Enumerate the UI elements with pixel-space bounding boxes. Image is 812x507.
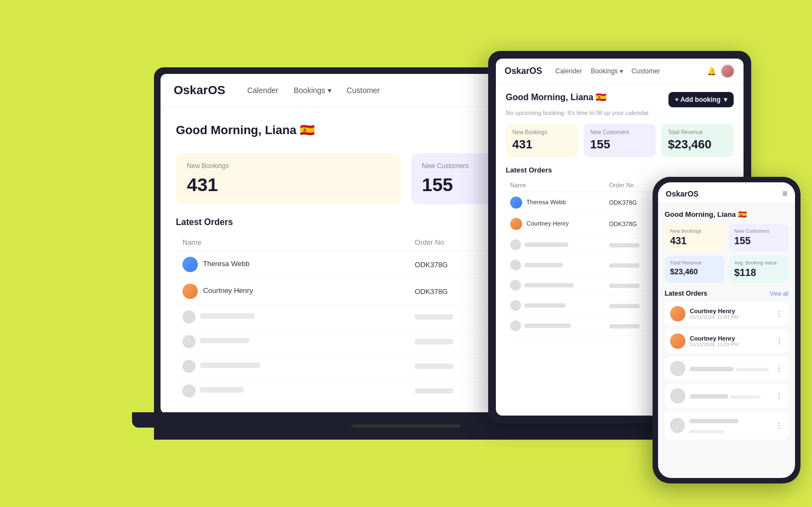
tablet-new-customers-value: 155 [590,137,649,152]
new-bookings-value: 431 [187,174,390,195]
phone-order-avatar [670,333,685,349]
tablet-revenue-card: Total Revenue $23,460 [661,124,734,157]
skel-avatar [670,418,685,433]
more-options-icon[interactable]: ⋮ [775,421,783,430]
tablet-orders-title: Latest Orders [506,166,734,174]
phone-new-customers-label: New Customers [734,228,783,234]
view-all-link[interactable]: View all [770,291,788,297]
skel-line2 [736,368,769,371]
skel-info [689,416,775,435]
phone-order-name: Courtney Henry [690,308,739,314]
tablet-greeting-row: Good Morning, Liana 🇪🇸 + Add booking ▾ [506,92,734,107]
phone-order-left [670,416,775,435]
more-options-icon[interactable]: ⋮ [775,309,783,318]
skel-line1 [689,419,739,423]
phone-stat-grid: New Bookings 431 New Customers 155 Total… [665,224,788,283]
phone-new-customers-card: New Customers 155 [729,224,788,251]
more-options-icon[interactable]: ⋮ [775,391,783,400]
phone-order-item: Courtney Henry 11/11/2024; 11:03 PM ⋮ [665,302,788,326]
skel-info [690,391,760,401]
col-name: Name [176,234,408,251]
phone-order-info: Courtney Henry 11/11/2024; 11:03 PM [690,308,739,320]
laptop-nav-customer[interactable]: Customer [347,86,380,95]
chevron-down-icon: ▾ [328,86,331,95]
phone-revenue-value: $23,460 [670,267,719,276]
more-options-icon[interactable]: ⋮ [775,364,783,373]
phone-order-name: Courtney Henry [690,335,739,342]
tablet-new-bookings-label: New Bookings [512,129,571,135]
skel-line1 [690,394,728,399]
tablet-stats: New Bookings 431 New Customers 155 Total… [506,124,734,157]
new-bookings-label: New Bookings [187,162,390,170]
phone-device: OskarOS ≡ Good Morning, Liana 🇪🇸 New Boo… [653,177,800,483]
tablet-user-avatar[interactable] [720,64,735,78]
tablet-nav-right: 🔔 [707,64,735,78]
phone-order-info: Courtney Henry 11/11/2024; 11:03 PM [690,335,739,347]
laptop-nav-bookings[interactable]: Bookings ▾ [294,86,331,95]
phone-order-item-skeleton: ⋮ [665,356,788,381]
skel-avatar [670,388,685,404]
skel-info [690,364,769,373]
phone-orders-title: Latest Orders [665,290,707,297]
tablet-nav-customer[interactable]: Customer [632,67,660,75]
tablet-greeting: Good Morning, Liana 🇪🇸 [506,92,607,102]
phone-logo: OskarOS [666,189,699,198]
tablet-navbar: OskarOS Calender Bookings ▾ Customer 🔔 [496,59,744,84]
phone-revenue-card: Total Revenue $23,460 [665,256,724,283]
laptop-logo: OskarOS [174,83,225,97]
phone-avg-booking-label: Avg. Booking Value [734,260,783,266]
tablet-bell-icon[interactable]: 🔔 [707,67,716,76]
row-avatar [182,257,198,272]
phone-order-time: 11/11/2024; 11:03 PM [690,314,739,320]
tablet-revenue-label: Total Revenue [668,129,727,135]
phone-order-left [670,388,760,404]
phone-avg-booking-value: $118 [734,267,783,279]
tablet-new-customers-card: New Customers 155 [584,124,656,157]
phone-greeting: Good Morning, Liana 🇪🇸 [665,210,788,218]
skel-line2 [730,395,760,399]
laptop-nav-calender[interactable]: Calender [247,86,278,95]
phone-order-item-skeleton: ⋮ [665,384,788,408]
phone-new-customers-value: 155 [734,235,783,247]
add-booking-button[interactable]: + Add booking ▾ [668,92,734,107]
tablet-revenue-value: $23,460 [668,137,727,152]
phone-orders-header: Latest Orders View all [665,290,788,297]
chevron-down-icon: ▾ [620,67,623,75]
hamburger-icon[interactable]: ≡ [782,189,787,199]
phone-content: Good Morning, Liana 🇪🇸 New Bookings 431 … [658,204,795,450]
phone-order-left: Courtney Henry 11/11/2024; 11:03 PM [670,333,739,349]
phone-new-bookings-value: 431 [670,235,719,247]
phone-new-bookings-label: New Bookings [670,228,719,234]
row-avatar [182,284,198,299]
tablet-logo: OskarOS [505,66,542,76]
skel-line1 [690,367,734,371]
tablet-subtitle: No upcoming booking. It's time to fill u… [506,110,734,116]
tablet-new-customers-label: New Customers [590,129,649,135]
tablet-new-bookings-card: New Bookings 431 [506,124,578,157]
tablet-new-bookings-value: 431 [512,137,571,152]
tablet-nav-calender[interactable]: Calender [555,67,582,75]
more-options-icon[interactable]: ⋮ [775,337,783,345]
phone-order-item: Courtney Henry 11/11/2024; 11:03 PM ⋮ [665,329,788,353]
phone-order-avatar [670,306,685,321]
tcol-order-no: Order No [605,178,658,192]
row-avatar [510,197,522,209]
new-bookings-card: New Bookings 431 [176,153,401,204]
skel-avatar [670,361,685,376]
phone-order-item-skeleton: ⋮ [665,411,788,440]
row-name: Courtney Henry [176,278,408,305]
phone-revenue-label: Total Revenue [670,260,719,266]
row-name: Theresa Webb [176,251,408,278]
phone-screen: OskarOS ≡ Good Morning, Liana 🇪🇸 New Boo… [658,182,795,478]
tcol-name: Name [506,178,605,192]
skel-line2 [689,430,725,433]
phone-header: OskarOS ≡ [658,182,795,204]
phone-order-left: Courtney Henry 11/11/2024; 11:03 PM [670,306,739,321]
tablet-nav-bookings[interactable]: Bookings ▾ [591,67,622,75]
phone-new-bookings-card: New Bookings 431 [665,224,724,251]
greeting-text: Good Morning, Liana 🇪🇸 [176,123,314,137]
phone-order-left [670,361,769,376]
phone-avg-booking-card: Avg. Booking Value $118 [729,256,788,283]
row-avatar [510,218,522,230]
phone-order-time: 11/11/2024; 11:03 PM [690,342,739,347]
